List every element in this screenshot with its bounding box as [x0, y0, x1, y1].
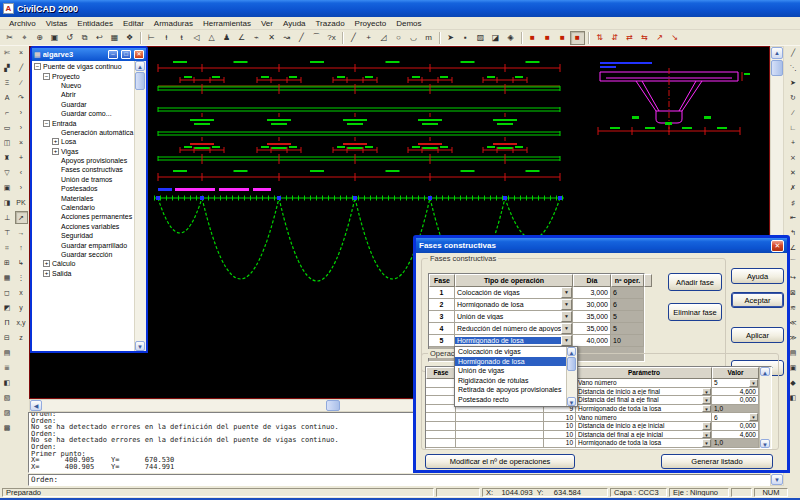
parametro-cell[interactable]: Hormigonado de toda la losa	[576, 405, 712, 414]
regen-icon[interactable]: ↺	[62, 31, 77, 45]
box3d-3-icon[interactable]: ■	[555, 31, 570, 45]
accept-button[interactable]: Aceptar	[731, 292, 784, 308]
vscroll-thumb[interactable]	[771, 60, 783, 76]
generate-listing-button[interactable]: Generar listado	[661, 454, 773, 469]
valor-cell[interactable]: 0,000	[712, 396, 759, 405]
select-arrow-icon[interactable]: ➤	[443, 31, 458, 45]
layers-icon[interactable]: ▤	[1, 346, 14, 359]
point-icon[interactable]: +	[361, 31, 376, 45]
add-panel-icon[interactable]: ⊞	[1, 256, 14, 269]
apply-button[interactable]: Aplicar	[731, 327, 784, 343]
tree-item-postesados[interactable]: Postesados	[32, 184, 134, 193]
snap-arc-icon[interactable]: ↷	[15, 91, 28, 104]
tipo-operacion-cell[interactable]: Hormigonado de losa	[455, 299, 573, 311]
text-label-icon[interactable]: A	[1, 91, 14, 104]
oper-table-scrollbar[interactable]	[759, 367, 771, 448]
dropdown-arrow-icon[interactable]	[702, 405, 711, 413]
multiply-icon[interactable]: ⨯	[787, 151, 800, 164]
tree-item-guardar-sección[interactable]: Guardar sección	[32, 250, 134, 259]
back-view-icon[interactable]: ↩	[92, 31, 107, 45]
arrow-se-icon[interactable]: ↘	[667, 31, 682, 45]
dim-bar-icon[interactable]: ⱡ	[159, 31, 174, 45]
multiline-icon[interactable]: m	[421, 31, 436, 45]
dia-cell[interactable]: 3,000	[573, 287, 611, 299]
snap-prev-icon[interactable]: ‹	[15, 166, 28, 179]
excavator-icon[interactable]: ▞	[1, 61, 14, 74]
pawn-icon[interactable]: ♟	[219, 31, 234, 45]
curve-icon[interactable]: ◡	[406, 31, 421, 45]
help-button[interactable]: Ayuda	[731, 268, 784, 284]
list-view-icon[interactable]: ≣	[1, 361, 14, 374]
menu-archivo[interactable]: Archivo	[4, 19, 41, 28]
cross-icon[interactable]: +	[787, 136, 800, 149]
tree-item-calendario[interactable]: Calendario	[32, 203, 134, 212]
menu-editar[interactable]: Editar	[118, 19, 149, 28]
delete-icon[interactable]: ✕	[787, 166, 800, 179]
menu-armaduras[interactable]: Armaduras	[149, 19, 198, 28]
swap-horizontal-icon[interactable]: ⇄	[622, 31, 637, 45]
fase-number-cell[interactable]: 5	[429, 335, 455, 347]
axis-vertical-icon[interactable]: ↑	[15, 241, 28, 254]
remove-panel-icon[interactable]: ⊟	[1, 331, 14, 344]
dropdown-scroll-thumb[interactable]	[567, 357, 576, 371]
modify-operations-button[interactable]: Modificar el nº de operaciones	[425, 454, 575, 469]
rectangle-icon[interactable]: ◻	[1, 286, 14, 299]
dropdown-arrow-icon[interactable]	[749, 413, 758, 421]
query-icon[interactable]: ?x	[324, 31, 339, 45]
box3d-4-icon[interactable]: ■	[570, 31, 585, 45]
coord-y-icon[interactable]: y	[15, 301, 28, 314]
parametro-cell[interactable]: Hormigonado de toda la losa	[576, 439, 712, 448]
tree-item-acciones-permanentes[interactable]: Acciones permanentes	[32, 212, 134, 221]
parametro-cell[interactable]: Vano número	[576, 413, 712, 422]
dropdown-arrow-icon[interactable]	[702, 422, 711, 430]
triangle-corner-icon[interactable]: ◿	[376, 31, 391, 45]
section-view-icon[interactable]: ▣	[1, 181, 14, 194]
dia-cell[interactable]: 30,000	[573, 299, 611, 311]
flip-vertical-icon[interactable]: ⇅	[592, 31, 607, 45]
axis-branch-icon[interactable]: ↳	[15, 256, 28, 269]
dropdown-arrow-icon[interactable]	[561, 287, 572, 298]
dropdown-arrow-icon[interactable]	[561, 323, 572, 334]
grid-view-icon[interactable]: ▦	[107, 31, 122, 45]
dropdown-arrow-icon[interactable]	[702, 396, 711, 404]
play-left-icon[interactable]: ◁	[189, 31, 204, 45]
tree-toggle-icon[interactable]	[43, 73, 50, 80]
hatch-panel-icon[interactable]: ▧	[1, 391, 14, 404]
erase-icon[interactable]: ✗	[787, 181, 800, 194]
slab-icon[interactable]: ▭	[1, 121, 14, 134]
command-input[interactable]: Orden:	[28, 474, 784, 486]
dropdown-arrow-icon[interactable]	[561, 299, 572, 310]
menu-trazado[interactable]: Trazado	[311, 19, 350, 28]
pan-icon[interactable]: ◈	[503, 31, 518, 45]
corner-panel-icon[interactable]: ◩	[1, 301, 14, 314]
snap-next-2-icon[interactable]: ›	[15, 121, 28, 134]
tree-item-salida[interactable]: Salida	[32, 269, 134, 278]
arrow-ne-icon[interactable]: ↗	[652, 31, 667, 45]
triangle-section-icon[interactable]: ▽	[1, 166, 14, 179]
arrow-icon[interactable]: ➤	[787, 76, 800, 89]
tree-item-losa[interactable]: Losa	[32, 137, 134, 146]
bridge-pier-icon[interactable]: ♜	[1, 151, 14, 164]
box3d-2-icon[interactable]: ■	[540, 31, 555, 45]
duplicate-view-icon[interactable]: ⧉	[77, 31, 92, 45]
menu-vistas[interactable]: Vistas	[41, 19, 73, 28]
parametro-cell[interactable]: Vano número	[576, 379, 712, 388]
snap-pk-icon[interactable]: PK	[15, 196, 28, 209]
dropdown-item-rigidización-de-rótulas[interactable]: Rigidización de rótulas	[455, 376, 566, 386]
tree-toggle-icon[interactable]	[43, 270, 50, 277]
coord-z-icon[interactable]: z	[15, 331, 28, 344]
scroll-up-icon[interactable]	[760, 367, 770, 376]
tree-item-puente-de-vigas-continuo[interactable]: Puente de vigas continuo	[32, 62, 134, 71]
tree-scroll-thumb[interactable]	[135, 72, 145, 90]
swap-horizontal-2-icon[interactable]: ⇆	[637, 31, 652, 45]
dialog-close-icon[interactable]	[771, 240, 784, 252]
menu-herramientas[interactable]: Herramientas	[198, 19, 256, 28]
parametro-cell[interactable]: Distancia de inicio a eje final	[576, 388, 712, 397]
scroll-up-icon[interactable]	[771, 47, 783, 59]
tree-toggle-icon[interactable]	[34, 63, 41, 70]
zoom-add-icon[interactable]: ⊕	[32, 31, 47, 45]
tree-item-seguridad[interactable]: Seguridad	[32, 231, 134, 240]
tree-scrollbar[interactable]	[134, 61, 146, 351]
tree-item-vigas[interactable]: Vigas	[32, 147, 134, 156]
tree-toggle-icon[interactable]	[43, 260, 50, 267]
